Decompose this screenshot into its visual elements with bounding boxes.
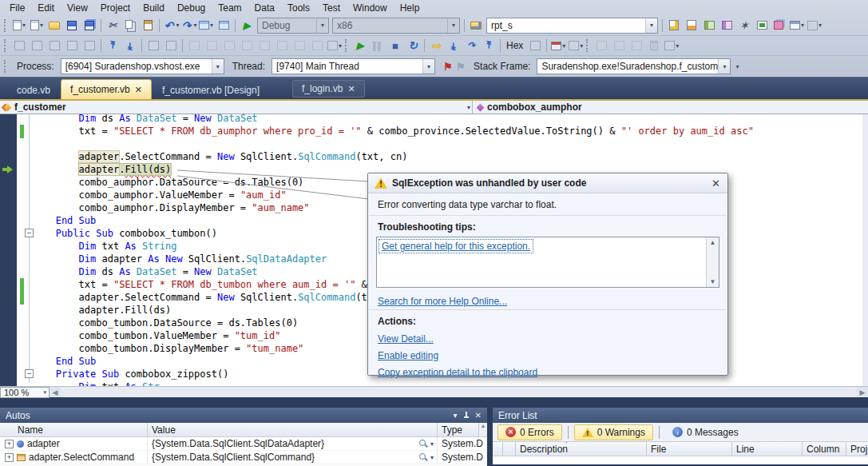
expand-icon[interactable]: + [5,453,14,462]
menu-help[interactable]: Help [394,1,426,15]
break-all-button[interactable] [369,37,386,54]
object-browser-button[interactable] [700,17,718,34]
stop-debugging-button[interactable] [386,37,404,54]
toolbar-overflow-icon[interactable]: ▾ [735,63,739,70]
menu-build[interactable]: Build [137,1,171,15]
column-header-value[interactable]: Value [148,423,438,436]
toolbar-options-button[interactable]: ▾ [806,17,823,34]
memory-window-button[interactable] [628,37,645,54]
chevron-down-icon[interactable]: ▾ [447,18,459,33]
close-icon[interactable]: ✕ [347,85,355,94]
scroll-left-icon[interactable]: ◀ [50,388,61,396]
scroll-down-icon[interactable]: ▼ [710,278,716,285]
start-page-button[interactable] [753,17,771,34]
restart-button[interactable] [404,37,422,54]
toolbar-grip[interactable] [4,19,8,32]
save-all-button[interactable] [81,17,98,34]
pin-icon[interactable] [463,412,470,420]
menu-edit[interactable]: Edit [31,1,61,15]
thread-combo[interactable]: [9740] Main Thread ▾ [271,58,435,74]
increase-indent-button[interactable] [121,37,139,54]
quick-info-button[interactable] [46,37,63,54]
process-combo[interactable]: [6904] Suradenshop.vshost.exe ▾ [61,58,224,74]
paste-button[interactable] [139,17,157,34]
show-next-statement-button[interactable] [427,37,445,54]
debug-location-options-button[interactable]: ▾ [663,37,680,54]
find-in-files-button[interactable] [467,17,485,34]
bookmark-prev-button[interactable] [203,37,220,54]
step-over-button[interactable] [462,37,480,54]
hex-button[interactable]: Hex [503,40,526,51]
chevron-down-icon[interactable]: ▾ [422,59,434,74]
value-viewer[interactable]: ▾ [418,439,437,448]
close-icon[interactable]: ✕ [135,86,142,94]
column-header-column[interactable]: Column [803,442,846,456]
collapse-region-icon[interactable]: – [25,229,34,237]
decrease-indent-button[interactable] [104,37,121,54]
members-dropdown[interactable]: combobox_aumphor [473,101,868,114]
bookmark-toggle-button[interactable] [185,37,203,54]
uncomment-button[interactable] [162,37,180,54]
scroll-up-icon[interactable]: ▲ [710,239,716,246]
navigate-forward-button[interactable] [215,17,232,34]
word-completion-button[interactable] [63,37,81,54]
properties-window-button[interactable] [683,17,700,34]
chevron-down-icon[interactable]: ▾ [645,18,657,33]
collapse-region-icon[interactable]: – [25,369,34,378]
open-file-button[interactable] [46,17,63,34]
breakpoints-window-button[interactable] [526,37,544,54]
magnifier-icon[interactable] [418,439,428,448]
tab-f-customer-vb[interactable]: f_customer.vb✕ [61,79,152,99]
listbox-scrollbar[interactable]: ▲ ▼ [706,237,719,287]
general-help-link[interactable]: Get general help for this exception. [379,240,533,253]
scroll-up-icon[interactable]: ▲ [478,423,487,436]
bookmark-next-doc-button[interactable] [291,37,308,54]
menu-test[interactable]: Test [316,1,347,15]
messages-filter-button[interactable]: i0 Messages [665,425,746,440]
close-icon[interactable]: ✕ [475,411,482,420]
editor-zoom-combo[interactable]: 100 % ▾ [0,387,50,398]
menu-data[interactable]: Data [248,1,281,15]
comment-button[interactable] [145,37,162,54]
solution-configurations-combo[interactable]: Debug▾ [257,18,329,34]
close-icon[interactable]: ✕ [711,177,720,189]
toolbox-button[interactable] [735,17,753,34]
table-row[interactable]: +adapter{System.Data.SqlClient.SqlDataAd… [0,437,487,451]
stack-frame-combo[interactable]: Suradenshop.exe!Suradenshop.f_custome ▾ [537,58,731,74]
find-combo[interactable]: rpt_s▾ [486,18,658,34]
new-project-button[interactable]: ▾ [10,17,28,34]
dialog-title-bar[interactable]: SqlException was unhandled by user code … [368,173,727,193]
menu-tools[interactable]: Tools [281,1,316,15]
redo-button[interactable]: ▾ [180,17,197,34]
class-view-button[interactable] [718,17,735,34]
bookmark-clear-button[interactable] [308,37,326,54]
tab-f-customer-vb-design-[interactable]: f_customer.vb [Design] [153,81,268,99]
toolbar-grip[interactable] [4,39,8,52]
column-header-line[interactable]: Line [732,442,803,456]
expand-icon[interactable]: + [5,440,14,448]
column-header-description[interactable]: ˇDescription [516,442,647,456]
bookmark-next-button[interactable] [220,37,238,54]
member-list-button[interactable] [10,37,28,54]
save-button[interactable] [63,17,81,34]
immediate-window-button[interactable] [593,37,610,54]
tab-code-vb[interactable]: code.vb [8,81,59,99]
column-header-name[interactable]: Name [0,423,148,436]
command-window-button[interactable]: ▾ [788,17,806,34]
solution-explorer-button[interactable] [665,17,683,34]
errors-filter-button[interactable]: ✕0 Errors [497,424,562,440]
enable-editing-link[interactable]: Enable editing [378,350,438,361]
step-out-button[interactable] [480,37,497,54]
chevron-down-icon[interactable]: ▾ [718,59,730,74]
chevron-down-icon[interactable]: ▾ [467,104,470,111]
window-menu-icon[interactable]: ▾ [454,411,458,420]
menu-file[interactable]: File [3,1,31,15]
search-help-online-link[interactable]: Search for more Help Online... [378,296,507,307]
start-debugging-button[interactable] [238,17,256,34]
undo-button[interactable]: ▾ [162,17,180,34]
column-header-file[interactable]: File [647,442,732,456]
output-window-button[interactable]: ▾ [549,37,567,54]
menu-view[interactable]: View [61,1,94,15]
view-detail-link[interactable]: View Detail... [378,333,434,345]
chevron-down-icon[interactable]: ▾ [43,389,49,396]
